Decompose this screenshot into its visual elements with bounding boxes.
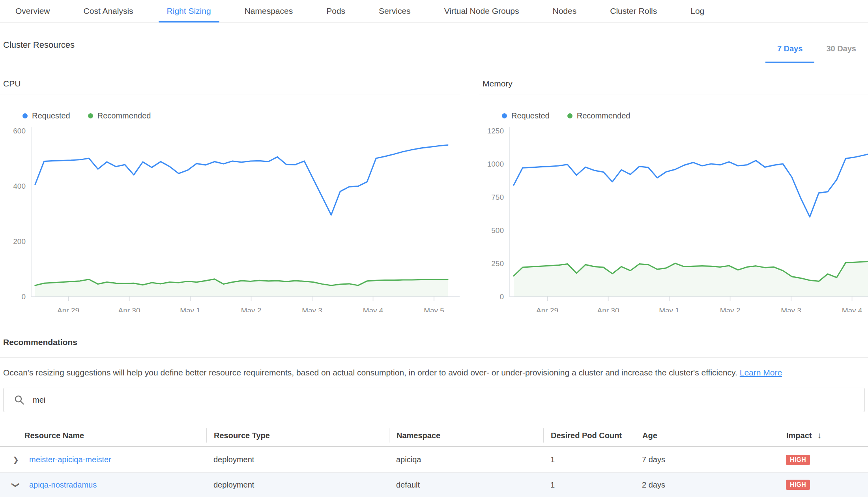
svg-text:Apr 30: Apr 30 [118,306,140,312]
svg-text:1250: 1250 [487,127,504,135]
legend-dot-recommended [567,113,572,118]
resource-name-cell: ❯apiqa-nostradamus [0,480,206,490]
memory-chart-legend: RequestedRecommended [502,111,868,120]
table-row[interactable]: ❯apiqa-nostradamusdeploymentdefault12 da… [0,472,868,497]
resource-type-cell: deployment [206,455,389,464]
tab-services[interactable]: Services [370,0,419,22]
legend-dot-requested [22,113,28,118]
impact-cell: HIGH [779,480,868,490]
svg-text:1000: 1000 [487,160,504,168]
search-icon [14,395,24,405]
svg-text:May 2: May 2 [720,306,741,312]
resource-name-cell: ❯meister-apiciqa-meister [0,455,206,464]
column-header-resource-name[interactable]: Resource Name [0,428,206,443]
legend-label: Recommended [97,111,151,120]
svg-text:May 4: May 4 [363,306,383,312]
tab-nodes[interactable]: Nodes [544,0,585,22]
legend-item-recommended[interactable]: Recommended [567,111,630,120]
svg-text:May 4: May 4 [842,306,862,312]
tab-namespaces[interactable]: Namespaces [236,0,301,22]
legend-label: Requested [511,111,550,120]
svg-text:750: 750 [491,193,504,201]
chevron-right-icon[interactable]: ❯ [12,455,20,464]
svg-text:May 3: May 3 [302,306,322,312]
learn-more-link[interactable]: Learn More [740,368,782,377]
tab-overview[interactable]: Overview [7,0,58,22]
range-tab-7-days[interactable]: 7 Days [765,44,815,63]
legend-item-recommended[interactable]: Recommended [88,111,151,120]
svg-text:May 5: May 5 [424,306,444,312]
svg-text:0: 0 [499,293,504,301]
svg-text:Apr 29: Apr 29 [57,306,79,312]
legend-item-requested[interactable]: Requested [502,111,550,120]
table-row[interactable]: ❯meister-apiciqa-meisterdeploymentapiciq… [0,447,868,472]
svg-text:250: 250 [491,259,504,268]
column-header-impact[interactable]: Impact↓ [779,428,868,443]
search-input[interactable] [3,388,865,412]
tab-cluster-rolls[interactable]: Cluster Rolls [602,0,665,22]
column-label: Namespace [397,431,440,440]
cpu-chart-svg: 6004002000Apr 29Apr 30May 1May 2May 3May… [0,123,460,312]
resource-name-link[interactable]: meister-apiciqa-meister [29,455,111,464]
chevron-down-icon[interactable]: ❯ [11,481,21,489]
column-label: Age [642,431,657,440]
svg-text:500: 500 [491,226,504,234]
section-title-cluster-resources: Cluster Resources [3,40,75,50]
cluster-resources-header: Cluster Resources 7 Days30 Days [0,23,868,63]
time-range-tabs: 7 Days30 Days [765,44,868,63]
column-label: Resource Name [24,431,84,440]
svg-text:Apr 30: Apr 30 [597,306,619,312]
svg-text:May 2: May 2 [241,306,262,312]
memory-chart-panel: Memory RequestedRecommended 125010007505… [479,79,868,312]
sort-descending-icon[interactable]: ↓ [817,431,821,440]
column-header-resource-type[interactable]: Resource Type [206,428,389,443]
impact-badge: HIGH [786,455,810,465]
recommendations-table: Resource NameResource TypeNamespaceDesir… [0,425,868,497]
legend-label: Requested [32,111,70,120]
desired-pod-count-cell: 1 [543,480,635,490]
recommendations-description: Ocean's resizing suggestions will help y… [3,367,865,378]
legend-dot-requested [502,113,507,118]
column-header-desired-pod-count[interactable]: Desired Pod Count [543,428,635,443]
resource-type-cell: deployment [206,480,389,490]
impact-cell: HIGH [779,455,868,465]
tab-pods[interactable]: Pods [318,0,354,22]
column-label: Impact [786,431,812,440]
tab-log[interactable]: Log [682,0,713,22]
svg-text:May 3: May 3 [781,306,801,312]
recommendations-description-text: Ocean's resizing suggestions will help y… [3,368,737,377]
tab-cost-analysis[interactable]: Cost Analysis [75,0,142,22]
column-label: Desired Pod Count [551,431,622,440]
table-header-row: Resource NameResource TypeNamespaceDesir… [0,425,868,447]
impact-badge: HIGH [786,480,810,490]
age-cell: 2 days [635,480,779,490]
column-header-age[interactable]: Age [635,428,779,443]
recommendations-title: Recommendations [0,338,868,358]
range-tab-30-days[interactable]: 30 Days [814,44,868,63]
tab-virtual-node-groups[interactable]: Virtual Node Groups [436,0,528,22]
svg-text:600: 600 [13,127,26,135]
svg-text:200: 200 [13,237,26,246]
cpu-chart-title: CPU [0,79,460,94]
legend-label: Recommended [577,111,630,120]
resource-name-link[interactable]: apiqa-nostradamus [29,480,97,490]
desired-pod-count-cell: 1 [543,455,635,464]
svg-text:0: 0 [21,293,26,301]
table-body: ❯meister-apiciqa-meisterdeploymentapiciq… [0,447,868,497]
namespace-cell: default [389,480,543,490]
memory-chart-title: Memory [479,79,868,94]
charts-row: CPU RequestedRecommended 6004002000Apr 2… [0,79,868,312]
legend-dot-recommended [88,113,93,118]
legend-item-requested[interactable]: Requested [22,111,70,120]
cpu-chart-panel: CPU RequestedRecommended 6004002000Apr 2… [0,79,460,312]
svg-text:400: 400 [13,182,26,190]
age-cell: 7 days [635,455,779,464]
memory-chart-svg: 125010007505002500Apr 29Apr 30May 1May 2… [479,123,868,312]
tab-right-sizing[interactable]: Right Sizing [159,0,219,22]
namespace-cell: apiciqa [389,455,543,464]
svg-text:May 1: May 1 [180,306,200,312]
svg-text:Apr 29: Apr 29 [536,306,558,312]
top-tab-bar: OverviewCost AnalysisRight SizingNamespa… [0,0,868,23]
column-header-namespace[interactable]: Namespace [389,428,543,443]
search-bar [3,388,865,412]
